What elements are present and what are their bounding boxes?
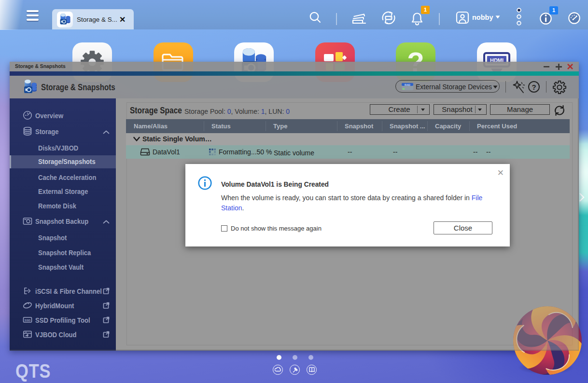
svg-text:RAID: RAID [405,83,410,86]
svg-text:?: ? [532,83,536,91]
svg-text:SSD: SSD [25,319,31,322]
